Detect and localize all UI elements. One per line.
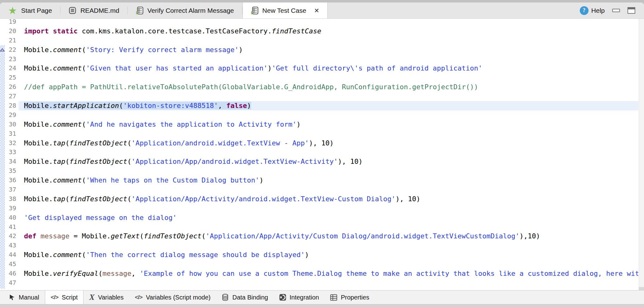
annotation-ruler-cell[interactable]	[0, 110, 5, 120]
code-line[interactable]: Mobile.comment('Given that user has star…	[19, 64, 638, 73]
tab-readme-md[interactable]: README.md	[60, 2, 127, 18]
annotation-ruler-cell[interactable]	[0, 148, 5, 157]
help-button[interactable]: ? Help	[580, 6, 605, 15]
code-line[interactable]	[19, 36, 638, 45]
code-line[interactable]	[19, 185, 638, 194]
line-number: 32	[5, 139, 19, 148]
testcase-icon	[251, 7, 258, 15]
annotation-ruler-cell[interactable]	[0, 129, 5, 139]
line-number: 35	[5, 166, 19, 176]
view-tab-label: Manual	[19, 294, 39, 301]
annotation-ruler-cell[interactable]	[0, 19, 5, 27]
annotation-ruler-cell[interactable]	[0, 166, 5, 176]
code-line[interactable]	[19, 110, 638, 120]
top-tab-bar: ★Start PageREADME.mdVerify Correct Alarm…	[0, 2, 644, 19]
vertical-scrollbar[interactable]	[639, 19, 644, 290]
annotation-ruler-cell[interactable]	[0, 213, 5, 222]
code-line[interactable]: def message = Mobile.getText(findTestObj…	[19, 231, 638, 241]
code-line[interactable]	[19, 148, 638, 157]
maximize-icon[interactable]	[627, 7, 635, 14]
code-row: 44Mobile.comment('Then the correct dialo…	[0, 250, 638, 260]
tab-new-test-case[interactable]: New Test Case✕	[243, 2, 328, 18]
code-row: 35	[0, 166, 638, 176]
annotation-ruler-cell[interactable]	[0, 120, 5, 129]
cursor-icon	[9, 294, 15, 301]
annotation-ruler-cell[interactable]	[0, 185, 5, 194]
minimize-icon[interactable]	[612, 9, 620, 12]
annotation-ruler-cell[interactable]	[0, 176, 5, 185]
code-line[interactable]	[19, 55, 638, 64]
code-line[interactable]	[19, 288, 638, 289]
annotation-ruler-cell[interactable]	[0, 64, 5, 73]
annotation-ruler-cell[interactable]	[0, 241, 5, 250]
code-line[interactable]	[19, 92, 638, 101]
line-number: 40	[5, 213, 19, 222]
code-line[interactable]	[19, 19, 638, 27]
view-tab-label: Variables (Script mode)	[146, 294, 210, 301]
tab-verify-correct-alarm-message[interactable]: Verify Correct Alarm Message	[128, 2, 242, 18]
annotation-ruler-cell[interactable]	[0, 204, 5, 213]
code-line[interactable]	[19, 260, 638, 269]
code-line[interactable]: Mobile.tap(findTestObject('Application/A…	[19, 194, 638, 204]
line-number: 20	[5, 27, 19, 36]
view-tab-manual[interactable]: Manual	[3, 290, 45, 304]
annotation-ruler-cell[interactable]	[0, 250, 5, 260]
line-number: 26	[5, 82, 19, 92]
code-icon: </>	[135, 294, 142, 301]
annotation-ruler-cell[interactable]	[0, 55, 5, 64]
annotation-ruler-cell[interactable]	[0, 269, 5, 278]
tab-start-page[interactable]: ★Start Page	[0, 2, 60, 18]
code-editor[interactable]: 1920import static com.kms.katalon.core.t…	[0, 19, 644, 290]
code-line[interactable]	[19, 166, 638, 176]
code-line[interactable]: Mobile.startApplication('kobiton-store:v…	[19, 101, 638, 110]
annotation-ruler-cell	[0, 288, 5, 289]
code-row: 19	[0, 19, 638, 27]
annotation-ruler-cell[interactable]	[0, 260, 5, 269]
view-tab-variables[interactable]: XVariables	[84, 290, 129, 304]
code-line[interactable]: //def appPath = PathUtil.relativeToAbsol…	[19, 82, 638, 92]
annotation-ruler-cell[interactable]	[0, 82, 5, 92]
code-line[interactable]: Mobile.tap(findTestObject('Application/a…	[19, 139, 638, 148]
view-tab-variables-script-mode[interactable]: </>Variables (Script mode)	[129, 290, 216, 304]
code-line[interactable]: Mobile.comment('Story: Verify correct al…	[19, 45, 638, 55]
annotation-ruler-cell[interactable]	[0, 231, 5, 241]
code-line[interactable]	[19, 204, 638, 213]
view-tab-label: Variables	[98, 294, 124, 301]
code-line[interactable]: Mobile.comment('Then the correct dialog …	[19, 250, 638, 260]
code-line[interactable]	[19, 278, 638, 288]
code-line[interactable]	[19, 73, 638, 82]
table-icon	[330, 294, 337, 301]
annotation-ruler-cell[interactable]	[0, 157, 5, 166]
code-line[interactable]: Mobile.tap(findTestObject('Application/A…	[19, 157, 638, 166]
code-line[interactable]: Mobile.comment('And he navigates the app…	[19, 120, 638, 129]
annotation-ruler-cell[interactable]	[0, 73, 5, 82]
annotation-ruler-cell[interactable]	[0, 194, 5, 204]
code-row: 38Mobile.tap(findTestObject('Application…	[0, 194, 638, 204]
help-label: Help	[591, 7, 605, 14]
code-line[interactable]: Mobile.verifyEqual(message, 'Example of …	[19, 269, 638, 278]
annotation-ruler-cell[interactable]	[0, 27, 5, 36]
annotation-ruler-cell[interactable]	[0, 101, 5, 110]
close-icon[interactable]: ✕	[314, 7, 319, 14]
annotation-ruler-cell[interactable]	[0, 222, 5, 232]
annotation-ruler-cell[interactable]	[0, 45, 5, 55]
code-icon: </>	[51, 294, 58, 301]
line-number: 23	[5, 55, 19, 64]
code-line[interactable]	[19, 241, 638, 250]
code-line[interactable]	[19, 129, 638, 139]
annotation-ruler-cell[interactable]	[0, 92, 5, 101]
code-line[interactable]: 'Get displayed message on the dialog'	[19, 213, 638, 222]
view-tab-properties[interactable]: Properties	[324, 290, 375, 304]
code-line[interactable]	[19, 222, 638, 232]
code-line[interactable]: import static com.kms.katalon.core.testc…	[19, 27, 638, 36]
view-tab-script[interactable]: </>Script	[45, 290, 84, 304]
code-row: 20import static com.kms.katalon.core.tes…	[0, 27, 638, 36]
view-tab-integration[interactable]: Integration	[274, 290, 325, 304]
tab-label: New Test Case	[262, 7, 306, 14]
annotation-ruler-cell[interactable]	[0, 36, 5, 45]
code-row: 45	[0, 260, 638, 269]
view-tab-data-binding[interactable]: Data Binding	[216, 290, 274, 304]
annotation-ruler-cell[interactable]	[0, 278, 5, 288]
annotation-ruler-cell[interactable]	[0, 139, 5, 148]
code-line[interactable]: Mobile.comment('When he taps on the Cust…	[19, 176, 638, 185]
